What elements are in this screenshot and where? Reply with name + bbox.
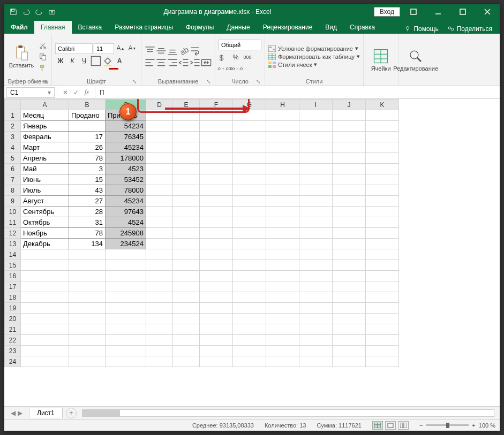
accounting-format-icon[interactable]: $ bbox=[219, 52, 229, 62]
cell-I15[interactable] bbox=[299, 260, 333, 271]
cell-E22[interactable] bbox=[173, 335, 200, 346]
clipboard-dialog-launcher-icon[interactable] bbox=[43, 78, 49, 85]
add-sheet-icon[interactable]: + bbox=[66, 408, 77, 418]
tab-help[interactable]: Справка bbox=[343, 21, 381, 34]
cell-J23[interactable] bbox=[333, 346, 366, 356]
cell-C22[interactable] bbox=[106, 335, 146, 346]
cell-A23[interactable] bbox=[21, 346, 69, 356]
cell-A18[interactable] bbox=[21, 292, 69, 303]
cell-H16[interactable] bbox=[266, 271, 299, 281]
cell-D7[interactable] bbox=[146, 174, 173, 185]
cell-G19[interactable] bbox=[233, 303, 266, 314]
row-header-11[interactable]: 11 bbox=[5, 217, 21, 228]
cell-F7[interactable] bbox=[200, 174, 233, 185]
increase-indent-icon[interactable] bbox=[190, 58, 200, 67]
page-break-view-icon[interactable] bbox=[398, 421, 409, 430]
cell-E14[interactable] bbox=[173, 249, 200, 260]
cell-G17[interactable] bbox=[233, 281, 266, 292]
tab-data[interactable]: Данные bbox=[220, 21, 256, 34]
cell-H7[interactable] bbox=[266, 174, 299, 185]
decrease-indent-icon[interactable] bbox=[178, 58, 189, 67]
cell-G12[interactable] bbox=[233, 228, 266, 239]
cell-F9[interactable] bbox=[200, 196, 233, 207]
cell-G4[interactable] bbox=[233, 142, 266, 153]
cell-J4[interactable] bbox=[333, 142, 366, 153]
cell-F16[interactable] bbox=[200, 271, 233, 281]
cell-H12[interactable] bbox=[266, 228, 299, 239]
cell-B14[interactable] bbox=[69, 249, 106, 260]
cell-J12[interactable] bbox=[333, 228, 366, 239]
row-header-10[interactable]: 10 bbox=[5, 207, 21, 217]
cell-D16[interactable] bbox=[146, 271, 173, 281]
tab-review[interactable]: Рецензирование bbox=[257, 21, 319, 34]
cell-E15[interactable] bbox=[173, 260, 200, 271]
cell-G24[interactable] bbox=[233, 356, 266, 367]
cell-C21[interactable] bbox=[106, 324, 146, 335]
name-box[interactable]: C1▾ bbox=[6, 87, 55, 98]
cell-J19[interactable] bbox=[333, 303, 366, 314]
cell-K8[interactable] bbox=[366, 185, 399, 196]
cell-H15[interactable] bbox=[266, 260, 299, 271]
cell-B10[interactable]: 28 bbox=[69, 207, 106, 217]
cell-J24[interactable] bbox=[333, 356, 366, 367]
cell-C17[interactable] bbox=[106, 281, 146, 292]
number-format-select[interactable] bbox=[219, 40, 261, 50]
cell-F19[interactable] bbox=[200, 303, 233, 314]
cell-F12[interactable] bbox=[200, 228, 233, 239]
cell-C10[interactable]: 97643 bbox=[106, 207, 146, 217]
minimize-icon[interactable] bbox=[427, 4, 449, 19]
cell-F4[interactable] bbox=[200, 142, 233, 153]
cell-B15[interactable] bbox=[69, 260, 106, 271]
cell-I11[interactable] bbox=[299, 217, 333, 228]
row-header-4[interactable]: 4 bbox=[5, 142, 21, 153]
increase-font-icon[interactable]: A▲ bbox=[115, 43, 126, 53]
cell-D12[interactable] bbox=[146, 228, 173, 239]
cell-G8[interactable] bbox=[233, 185, 266, 196]
cell-D24[interactable] bbox=[146, 356, 173, 367]
decrease-font-icon[interactable]: A▼ bbox=[127, 43, 138, 53]
cell-B16[interactable] bbox=[69, 271, 106, 281]
cell-C19[interactable] bbox=[106, 303, 146, 314]
cell-C12[interactable]: 245908 bbox=[106, 228, 146, 239]
cell-J7[interactable] bbox=[333, 174, 366, 185]
cell-D11[interactable] bbox=[146, 217, 173, 228]
fill-color-icon[interactable] bbox=[102, 56, 113, 66]
cell-F10[interactable] bbox=[200, 207, 233, 217]
cell-B19[interactable] bbox=[69, 303, 106, 314]
horizontal-scrollbar[interactable] bbox=[82, 409, 494, 417]
cell-E4[interactable] bbox=[173, 142, 200, 153]
font-color-icon[interactable]: A bbox=[114, 56, 125, 66]
row-header-19[interactable]: 19 bbox=[5, 303, 21, 314]
cell-J11[interactable] bbox=[333, 217, 366, 228]
cell-C24[interactable] bbox=[106, 356, 146, 367]
cell-C2[interactable]: 54234 bbox=[106, 121, 146, 132]
undo-icon[interactable] bbox=[20, 6, 32, 18]
cell-H3[interactable] bbox=[266, 132, 299, 142]
cell-I8[interactable] bbox=[299, 185, 333, 196]
cell-K2[interactable] bbox=[366, 121, 399, 132]
cell-E13[interactable] bbox=[173, 239, 200, 249]
cell-D3[interactable] bbox=[146, 132, 173, 142]
cell-K20[interactable] bbox=[366, 314, 399, 324]
cell-B1[interactable]: Продано bbox=[69, 110, 106, 121]
cell-G13[interactable] bbox=[233, 239, 266, 249]
cell-B22[interactable] bbox=[69, 335, 106, 346]
cell-A2[interactable]: Январь bbox=[21, 121, 69, 132]
close-icon[interactable] bbox=[476, 4, 499, 19]
cell-A20[interactable] bbox=[21, 314, 69, 324]
underline-button[interactable]: Ч bbox=[79, 56, 89, 66]
cell-I13[interactable] bbox=[299, 239, 333, 249]
cell-A14[interactable] bbox=[21, 249, 69, 260]
cell-C18[interactable] bbox=[106, 292, 146, 303]
cell-B11[interactable]: 31 bbox=[69, 217, 106, 228]
cell-D21[interactable] bbox=[146, 324, 173, 335]
align-center-icon[interactable] bbox=[156, 58, 167, 67]
cell-A19[interactable] bbox=[21, 303, 69, 314]
normal-view-icon[interactable] bbox=[372, 421, 383, 430]
cell-I4[interactable] bbox=[299, 142, 333, 153]
tab-insert[interactable]: Вставка bbox=[72, 21, 109, 34]
row-header-18[interactable]: 18 bbox=[5, 292, 21, 303]
cell-B21[interactable] bbox=[69, 324, 106, 335]
cell-I17[interactable] bbox=[299, 281, 333, 292]
cancel-icon[interactable]: ✕ bbox=[61, 88, 70, 97]
